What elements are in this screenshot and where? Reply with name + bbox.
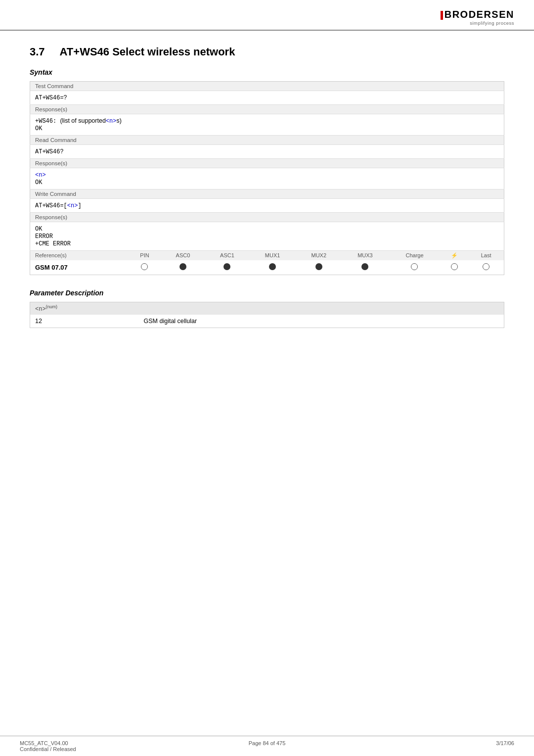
- refs-val-last: [468, 260, 504, 275]
- footer-doc-id: MC55_ATC_V04.00: [20, 740, 184, 746]
- main-content: 3.7AT+WS46 Select wireless network Synta…: [0, 31, 534, 358]
- brand-name: BRODERSEN: [441, 9, 514, 20]
- brand-tagline: simplifying process: [470, 20, 514, 26]
- param-desc-gsm: GSM digital cellular: [139, 315, 504, 328]
- gsm-ref-label: GSM 07.07: [30, 260, 129, 275]
- write-command-row: AT+WS46=[<n>]: [30, 199, 504, 213]
- charge-circle-empty: [411, 263, 418, 270]
- footer-page: Page 84 of 475: [249, 740, 286, 746]
- section-title: AT+WS46 Select wireless network: [60, 46, 235, 58]
- page-footer: MC55_ATC_V04.00 Confidential / Released …: [0, 736, 534, 756]
- test-command-label-row: Test Command: [30, 82, 504, 91]
- read-command-label: Read Command: [30, 136, 504, 145]
- refs-col-last: Last: [468, 251, 504, 261]
- mux2-circle-filled: [315, 263, 322, 270]
- refs-col-asc0: ASC0: [161, 251, 205, 261]
- write-error: ERROR: [35, 233, 53, 240]
- test-response-text: (list of supported: [60, 117, 105, 124]
- read-ok-text: OK: [35, 179, 42, 186]
- write-response-row: OK ERROR +CME ERROR: [30, 222, 504, 251]
- test-ok-text: OK: [35, 125, 42, 132]
- test-response-row: +WS46: (list of supported<n>s) OK: [30, 114, 504, 136]
- asc1-circle-filled: [223, 263, 230, 270]
- footer-status: Confidential / Released: [20, 746, 184, 752]
- mux1-circle-filled: [269, 263, 276, 270]
- refs-col-mux3: MUX3: [342, 251, 389, 261]
- refs-col-asc1: ASC1: [205, 251, 250, 261]
- read-command-text: AT+WS46?: [35, 148, 64, 155]
- read-response-label: Response(s): [30, 159, 504, 168]
- param-num-sup: (num): [46, 304, 58, 309]
- syntax-table: Test Command AT+WS46=? Response(s) +WS46…: [30, 81, 504, 275]
- asc0-circle-filled: [179, 263, 186, 270]
- refs-val-mux1: [249, 260, 296, 275]
- test-response-label: Response(s): [30, 105, 504, 114]
- refs-col-pin: PIN: [129, 251, 161, 261]
- mux3-circle-filled: [361, 263, 368, 270]
- test-command-row: AT+WS46=?: [30, 91, 504, 105]
- refs-val-charge: [388, 260, 441, 275]
- parameter-table: <n>(num) 12 GSM digital cellular: [30, 302, 504, 328]
- write-cme-error: +CME ERROR: [35, 240, 71, 247]
- param-header-row: <n>(num): [30, 302, 504, 315]
- param-value-12: 12: [30, 315, 139, 328]
- logo-area: BRODERSEN simplifying process: [441, 9, 514, 26]
- test-response-n: <n>: [106, 118, 117, 125]
- refs-val-pin: [129, 260, 161, 275]
- refs-val-signal: [441, 260, 468, 275]
- test-command-text: AT+WS46=?: [35, 94, 67, 101]
- write-ok: OK: [35, 226, 42, 233]
- footer-right: 3/17/06: [350, 740, 514, 752]
- refs-header-row: Reference(s) PIN ASC0 ASC1 MUX1 MUX2 MUX…: [30, 251, 504, 261]
- refs-label: Reference(s): [30, 251, 129, 261]
- test-command-label: Test Command: [30, 82, 504, 91]
- read-command-label-row: Read Command: [30, 136, 504, 145]
- read-response-label-row: Response(s): [30, 159, 504, 168]
- write-response-label-row: Response(s): [30, 213, 504, 222]
- param-heading: Parameter Description: [30, 289, 504, 297]
- param-header-cell: <n>(num): [30, 302, 504, 315]
- refs-col-signal: ⚡: [441, 251, 468, 261]
- test-response-s: s): [116, 117, 121, 124]
- test-response-label-row: Response(s): [30, 105, 504, 114]
- refs-col-mux2: MUX2: [296, 251, 342, 261]
- read-command-row: AT+WS46?: [30, 145, 504, 159]
- section-number: 3.7: [30, 46, 45, 58]
- write-command-n: <n>: [67, 202, 78, 209]
- pin-circle-empty: [141, 263, 148, 270]
- footer-center: Page 84 of 475: [184, 740, 349, 752]
- last-circle-empty: [483, 263, 490, 270]
- write-command-text: AT+WS46=[: [35, 202, 67, 209]
- write-response-label: Response(s): [30, 213, 504, 222]
- test-response-prefix: +WS46:: [35, 118, 60, 125]
- page-header: BRODERSEN simplifying process: [0, 0, 534, 31]
- refs-data-row: GSM 07.07: [30, 260, 504, 275]
- write-command-label-row: Write Command: [30, 189, 504, 199]
- refs-val-asc0: [161, 260, 205, 275]
- refs-col-mux1: MUX1: [249, 251, 296, 261]
- refs-val-mux3: [342, 260, 389, 275]
- read-response-row: <n> OK: [30, 168, 504, 189]
- param-data-row-1: 12 GSM digital cellular: [30, 315, 504, 328]
- write-command-label: Write Command: [30, 189, 504, 199]
- footer-date: 3/17/06: [496, 740, 514, 746]
- write-command-close: ]: [78, 202, 81, 209]
- section-heading: 3.7AT+WS46 Select wireless network: [30, 46, 504, 58]
- refs-val-mux2: [296, 260, 342, 275]
- refs-val-asc1: [205, 260, 250, 275]
- footer-left: MC55_ATC_V04.00 Confidential / Released: [20, 740, 184, 752]
- refs-col-charge: Charge: [388, 251, 441, 261]
- signal-circle-empty: [451, 263, 458, 270]
- param-n-tag: <n>: [35, 306, 46, 313]
- syntax-heading: Syntax: [30, 68, 504, 76]
- read-response-n: <n>: [35, 172, 46, 179]
